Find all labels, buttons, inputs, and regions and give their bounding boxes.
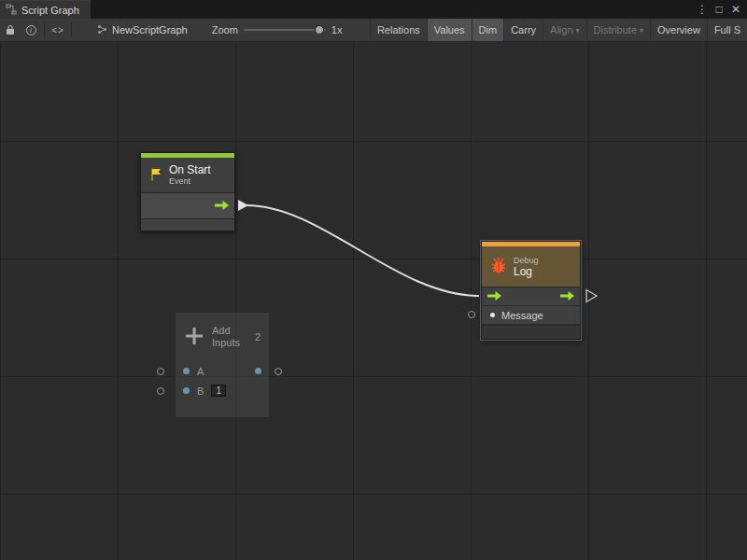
debug-flow-row <box>482 287 580 306</box>
edit-code-icon[interactable]: <> <box>48 19 68 42</box>
connection-wire-layer <box>0 42 747 560</box>
chevron-down-icon: ▾ <box>576 26 580 35</box>
graph-name-field[interactable]: NewScriptGraph <box>97 24 188 36</box>
port-a-dot[interactable] <box>183 368 190 374</box>
window-controls: ⋮ □ ✕ <box>695 0 747 19</box>
add-node-row-b: B 1 <box>176 381 269 400</box>
debug-log-header[interactable]: Debug Log <box>482 246 580 287</box>
port-b-value-field[interactable]: 1 <box>211 385 226 397</box>
flow-output-port[interactable] <box>559 290 575 303</box>
zoom-value: 1x <box>331 24 343 35</box>
port-b-label: B <box>197 385 204 397</box>
flag-icon <box>149 167 162 184</box>
debug-title: Log <box>514 266 539 278</box>
add-node-line1: Add <box>212 325 240 337</box>
maximize-icon[interactable]: □ <box>712 3 726 16</box>
graph-canvas[interactable]: On Start Event <box>0 42 747 560</box>
info-icon[interactable]: i <box>21 19 41 42</box>
debug-category: Debug <box>514 256 539 266</box>
wire-source-arrow-icon[interactable] <box>238 200 248 211</box>
menu-icon[interactable]: ⋮ <box>695 3 710 16</box>
add-node-preview[interactable]: Add Inputs 2 A B 1 <box>176 313 269 417</box>
port-b-dot[interactable] <box>183 387 190 394</box>
add-input-a-port-indicator[interactable] <box>157 368 164 375</box>
values-button[interactable]: Values <box>427 19 472 42</box>
plus-icon <box>184 326 204 348</box>
add-output-port-indicator[interactable] <box>275 368 282 375</box>
titlebar: Script Graph ⋮ □ ✕ <box>0 0 747 19</box>
debug-footer <box>482 325 580 339</box>
zoom-label: Zoom <box>212 24 238 35</box>
chevron-down-icon: ▾ <box>640 26 643 35</box>
overview-button[interactable]: Overview <box>650 19 707 42</box>
tab-title: Script Graph <box>21 5 79 16</box>
message-port-label: Message <box>501 310 543 321</box>
flow-output-port[interactable] <box>214 200 230 213</box>
graph-tab-icon <box>6 4 17 17</box>
on-start-title: On Start <box>169 164 211 176</box>
script-graph-window: Script Graph ⋮ □ ✕ i <> NewScriptGraph Z… <box>0 0 747 560</box>
flow-input-port[interactable] <box>486 290 502 303</box>
fullscreen-button[interactable]: Full S <box>707 19 747 42</box>
port-a-output-dot[interactable] <box>255 368 261 374</box>
on-start-node[interactable]: On Start Event <box>140 152 235 231</box>
zoom-slider[interactable] <box>244 29 326 31</box>
add-node-line2: Inputs <box>212 337 240 349</box>
toolbar-separator <box>71 22 72 38</box>
graph-name-label: NewScriptGraph <box>112 24 188 35</box>
add-input-b-port-indicator[interactable] <box>157 387 164 395</box>
toolbar-buttons: Relations Values Dim Carry Align▾ Distri… <box>370 19 747 42</box>
add-node-footer <box>176 400 269 417</box>
port-a-label: A <box>197 366 204 377</box>
distribute-button[interactable]: Distribute▾ <box>586 19 650 42</box>
close-icon[interactable]: ✕ <box>728 3 743 16</box>
on-start-subtitle: Event <box>169 176 211 187</box>
add-node-header: Add Inputs 2 <box>176 313 269 361</box>
on-start-header[interactable]: On Start Event <box>141 158 234 193</box>
zoom-control: Zoom 1x <box>212 24 343 35</box>
graph-asset-icon <box>97 24 107 36</box>
on-start-footer <box>141 219 234 231</box>
zoom-slider-knob[interactable] <box>315 25 324 35</box>
debug-log-node[interactable]: Debug Log Message <box>481 241 581 340</box>
message-input-port-indicator[interactable] <box>468 311 475 318</box>
control-wire[interactable] <box>247 205 479 296</box>
debug-message-row: Message <box>482 306 580 325</box>
on-start-flow-row <box>141 193 234 219</box>
add-node-count: 2 <box>255 331 261 343</box>
toolbar-separator <box>44 22 45 38</box>
lock-icon[interactable] <box>0 19 21 42</box>
message-port-dot[interactable] <box>490 313 495 317</box>
relations-button[interactable]: Relations <box>370 19 427 42</box>
tab-script-graph[interactable]: Script Graph <box>0 0 91 19</box>
align-button[interactable]: Align▾ <box>543 19 585 42</box>
carry-button[interactable]: Carry <box>503 19 543 42</box>
bug-icon <box>490 257 507 277</box>
toolbar: i <> NewScriptGraph Zoom 1x Relations Va… <box>0 19 747 42</box>
debug-output-port-indicator[interactable] <box>586 290 597 302</box>
dim-button[interactable]: Dim <box>472 19 504 42</box>
add-node-row-a: A <box>176 361 269 381</box>
